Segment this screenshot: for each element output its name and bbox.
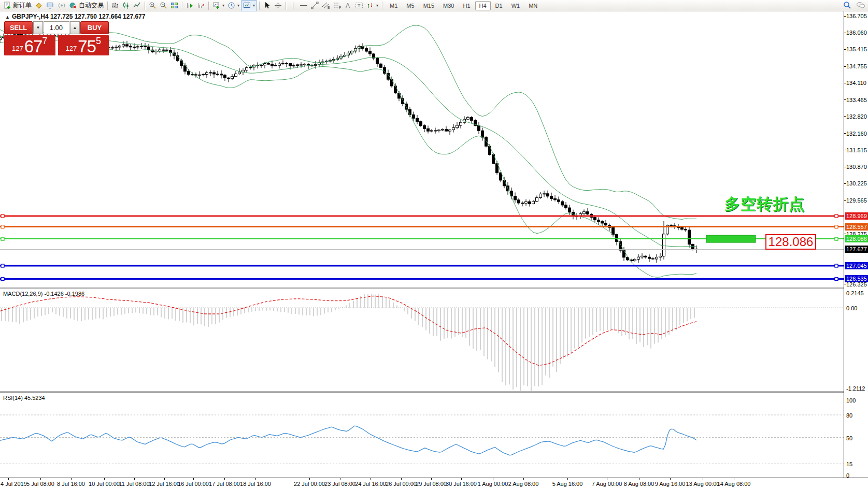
price-tick-label: 133.465 — [846, 97, 867, 103]
periods-button[interactable]: ▾ — [226, 1, 241, 11]
search-icon[interactable] — [843, 1, 851, 10]
price-tick-label: 136.060 — [846, 30, 867, 36]
time-tick-mark — [309, 478, 310, 480]
new-chart-icon — [212, 2, 220, 9]
new-order-button[interactable]: 新订单 — [2, 1, 33, 11]
price-tick-mark — [844, 150, 846, 150]
chart-title: ▲GBPJPY-,H4 127.725 127.750 127.664 127.… — [5, 13, 145, 20]
signals-button[interactable] — [56, 1, 67, 11]
zoom-in-button[interactable] — [147, 1, 158, 11]
equidistant-channel-button[interactable]: E — [320, 1, 332, 11]
time-tick-mark — [104, 478, 105, 480]
rsi-scale-label: 80 — [846, 412, 852, 419]
toolbar-separator — [382, 2, 382, 10]
terminal-button[interactable] — [45, 1, 56, 11]
collapse-arrow-icon[interactable]: ▲ — [5, 15, 10, 20]
horizontal-line-button[interactable] — [298, 1, 309, 11]
price-tick-mark — [844, 33, 846, 33]
turning-point-annotation[interactable]: 多空转折点 — [724, 194, 805, 215]
text-button[interactable]: A — [343, 1, 353, 11]
crosshair-button[interactable] — [273, 1, 283, 11]
timeframe-button-h1[interactable]: H1 — [459, 1, 474, 10]
time-tick-mark — [40, 478, 41, 480]
time-tick-mark — [523, 478, 524, 480]
price-tick-label: 132.820 — [846, 113, 867, 120]
text-label-icon: T — [355, 2, 363, 9]
tile-windows-button[interactable] — [169, 1, 180, 11]
timeframe-button-m15[interactable]: M15 — [419, 1, 438, 10]
chart-line-button[interactable] — [132, 1, 143, 11]
price-axis[interactable]: 136.705136.060135.415134.755134.110133.4… — [844, 11, 868, 478]
buy-button[interactable]: BUY — [80, 21, 109, 34]
chart-bars-button[interactable] — [110, 1, 121, 11]
market-watch-button[interactable] — [33, 1, 45, 11]
chart-candles-button[interactable] — [121, 1, 132, 11]
price-tick-label: 135.415 — [846, 46, 867, 52]
timeframe-button-m5[interactable]: M5 — [402, 1, 418, 10]
time-axis-label: 5 Jul 08:00 — [26, 481, 54, 487]
pane-separator[interactable] — [0, 287, 844, 289]
clock-icon — [227, 2, 235, 9]
price-tick-mark — [844, 99, 846, 100]
trendline-button[interactable] — [309, 1, 320, 11]
time-axis-label: 1 Aug 00:00 — [478, 481, 508, 487]
vertical-line-button[interactable] — [288, 1, 298, 11]
buy-price-big: 75 — [78, 39, 96, 54]
time-axis-label: 8 Jul 16:00 — [57, 481, 85, 487]
time-axis[interactable]: 4 Jul 20195 Jul 08:008 Jul 16:0010 Jul 0… — [0, 478, 868, 489]
timeframe-button-w1[interactable]: W1 — [507, 1, 524, 10]
price-flag-box[interactable]: 128.086 — [765, 234, 816, 250]
buy-price-box[interactable]: 127 75 5 — [58, 35, 109, 55]
timeframe-button-m1[interactable]: M1 — [386, 1, 402, 10]
bar-chart-icon — [111, 2, 119, 9]
price-tick-mark — [844, 116, 846, 117]
price-badge: 128.557 — [845, 223, 868, 231]
auto-scroll-button[interactable] — [184, 1, 195, 11]
sell-price-prefix: 127 — [12, 45, 23, 52]
svg-text:E: E — [328, 6, 330, 9]
text-label-button[interactable]: T — [353, 1, 365, 11]
macd-scale-label: -1.2112 — [846, 385, 865, 392]
volume-input[interactable] — [44, 21, 69, 34]
volume-decrease-button[interactable]: ▼ — [33, 21, 43, 34]
text-icon: A — [345, 2, 352, 9]
time-axis-label: 7 Aug 00:00 — [592, 481, 622, 487]
main-chart-pane[interactable] — [0, 11, 844, 287]
sell-price-box[interactable]: 127 67 7 — [4, 35, 55, 55]
pane-separator[interactable] — [0, 391, 844, 393]
timeframe-button-m30[interactable]: M30 — [439, 1, 458, 10]
time-axis-label: 16 Jul 00:00 — [178, 481, 209, 487]
template-button[interactable]: ▾ — [241, 0, 257, 11]
time-tick-mark — [639, 478, 639, 480]
fibonacci-button[interactable]: F — [332, 1, 343, 11]
time-tick-mark — [255, 478, 256, 480]
chart-shift-button[interactable] — [195, 1, 206, 11]
rsi-pane[interactable] — [0, 393, 844, 478]
new-chart-button[interactable]: ▾ — [211, 1, 226, 11]
sell-price-big: 67 — [24, 39, 42, 54]
time-axis-label: 30 Jul 16:00 — [446, 481, 477, 487]
macd-scale-label: 0.2145 — [846, 290, 864, 296]
time-tick-mark — [703, 478, 703, 480]
volume-increase-button[interactable]: ▲ — [70, 21, 80, 34]
price-tick-label: 134.755 — [846, 63, 867, 69]
zoom-out-button[interactable] — [158, 1, 169, 11]
time-tick-mark — [567, 478, 568, 480]
fibonacci-icon: F — [333, 2, 341, 9]
arrows-button[interactable]: ▾ — [365, 1, 380, 11]
time-axis-label: 17 Jul 08:00 — [209, 481, 240, 487]
timeframe-button-mn[interactable]: MN — [524, 1, 542, 10]
time-tick-mark — [340, 478, 340, 480]
price-tick-mark — [844, 183, 846, 184]
chat-icon[interactable] — [856, 1, 865, 10]
macd-pane[interactable] — [0, 289, 844, 391]
timeframe-button-d1[interactable]: D1 — [491, 1, 507, 10]
autotrading-button[interactable]: 自动交易 — [67, 1, 105, 11]
new-order-icon — [4, 2, 11, 9]
market-watch-icon — [35, 2, 43, 9]
cursor-button[interactable] — [262, 1, 273, 11]
svg-text:F: F — [339, 6, 341, 9]
timeframe-button-h4[interactable]: H4 — [475, 1, 491, 10]
sell-button[interactable]: SELL — [4, 21, 33, 34]
time-axis-label: 22 Jul 00:00 — [294, 481, 325, 487]
